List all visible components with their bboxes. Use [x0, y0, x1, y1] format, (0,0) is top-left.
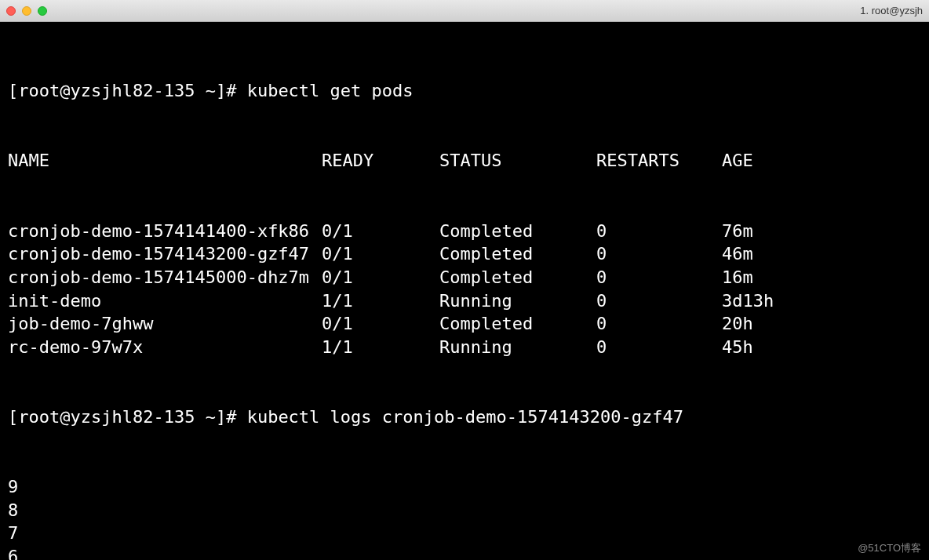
cell-restarts: 0 [596, 242, 722, 266]
header-restarts: RESTARTS [596, 149, 722, 173]
close-icon[interactable] [6, 6, 16, 16]
table-row: cronjob-demo-1574145000-dhz7m0/1Complete… [8, 266, 921, 289]
cell-age: 45h [722, 336, 921, 359]
cell-restarts: 0 [596, 289, 722, 313]
cell-age: 46m [722, 242, 921, 266]
cell-ready: 1/1 [322, 289, 439, 313]
table-row: job-demo-7ghww0/1Completed020h [8, 312, 921, 336]
header-ready: READY [322, 149, 439, 173]
cell-name: cronjob-demo-1574143200-gzf47 [8, 242, 322, 266]
log-line: 9 [8, 475, 921, 499]
cell-status: Running [439, 336, 596, 359]
cell-age: 16m [722, 266, 921, 289]
traffic-lights [6, 6, 47, 16]
log-line: 7 [8, 522, 921, 545]
cell-restarts: 0 [596, 336, 722, 359]
cell-age: 3d13h [722, 289, 921, 313]
cell-name: cronjob-demo-1574141400-xfk86 [8, 220, 322, 243]
cell-status: Completed [439, 220, 596, 243]
table-row: cronjob-demo-1574143200-gzf470/1Complete… [8, 242, 921, 266]
command-line-1: [root@yzsjhl82-135 ~]# kubectl get pods [8, 79, 921, 103]
cell-restarts: 0 [596, 266, 722, 289]
cell-name: rc-demo-97w7x [8, 336, 322, 359]
cell-age: 20h [722, 312, 921, 336]
cell-name: init-demo [8, 289, 322, 313]
cell-ready: 0/1 [322, 266, 439, 289]
cell-status: Running [439, 289, 596, 313]
cell-name: cronjob-demo-1574145000-dhz7m [8, 266, 322, 289]
titlebar: 1. root@yzsjh [0, 0, 929, 22]
terminal-window: 1. root@yzsjh [root@yzsjhl82-135 ~]# kub… [0, 0, 929, 560]
cell-restarts: 0 [596, 312, 722, 336]
cell-age: 76m [722, 220, 921, 243]
cell-status: Completed [439, 242, 596, 266]
command-line-2: [root@yzsjhl82-135 ~]# kubectl logs cron… [8, 405, 921, 429]
header-age: AGE [722, 149, 921, 173]
watermark: @51CTO博客 [858, 541, 921, 555]
cell-restarts: 0 [596, 220, 722, 243]
command-text: kubectl get pods [247, 81, 413, 100]
window-title: 1. root@yzsjh [860, 5, 923, 16]
maximize-icon[interactable] [38, 6, 47, 16]
table-row: rc-demo-97w7x1/1Running045h [8, 336, 921, 359]
cell-ready: 1/1 [322, 336, 439, 359]
log-line: 6 [8, 545, 921, 560]
table-row: init-demo1/1Running03d13h [8, 289, 921, 313]
cell-ready: 0/1 [322, 220, 439, 243]
cell-name: job-demo-7ghww [8, 312, 322, 336]
table-header: NAMEREADYSTATUSRESTARTSAGE [8, 149, 921, 173]
log-output: 987654321 [8, 475, 921, 560]
log-line: 8 [8, 499, 921, 522]
header-status: STATUS [439, 149, 596, 173]
cell-ready: 0/1 [322, 312, 439, 336]
cell-status: Completed [439, 312, 596, 336]
command-text: kubectl logs cronjob-demo-1574143200-gzf… [247, 407, 683, 427]
cell-ready: 0/1 [322, 242, 439, 266]
prompt: [root@yzsjhl82-135 ~]# [8, 81, 247, 100]
minimize-icon[interactable] [22, 6, 31, 16]
table-row: cronjob-demo-1574141400-xfk860/1Complete… [8, 220, 921, 243]
cell-status: Completed [439, 266, 596, 289]
table-rows: cronjob-demo-1574141400-xfk860/1Complete… [8, 220, 921, 359]
prompt: [root@yzsjhl82-135 ~]# [8, 407, 247, 427]
header-name: NAME [8, 149, 322, 173]
terminal-body[interactable]: [root@yzsjhl82-135 ~]# kubectl get pods … [0, 22, 929, 560]
